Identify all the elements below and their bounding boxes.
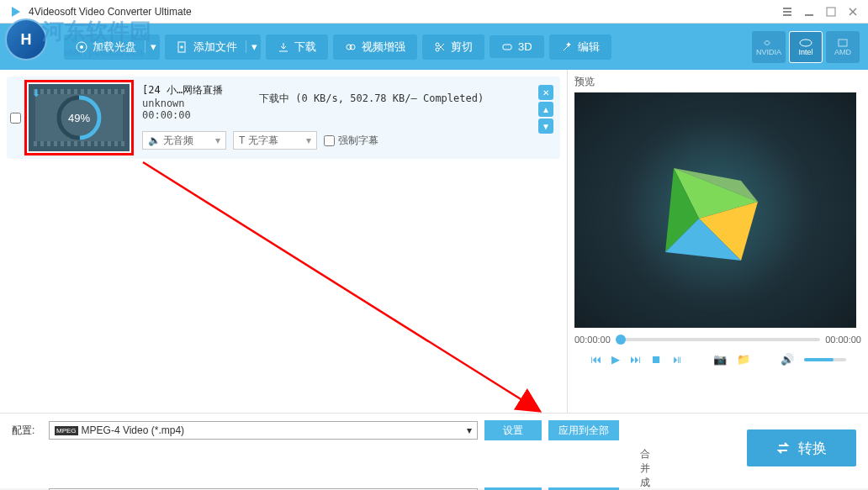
nvidia-icon [761, 38, 776, 48]
three-d-icon [501, 41, 513, 53]
svg-rect-1 [783, 8, 791, 9]
volume-button[interactable]: 🔊 [781, 353, 794, 366]
merge-checkbox[interactable]: 合并成一个文件 [626, 447, 656, 490]
profile-select[interactable]: MPEG MPEG-4 Video (*.mp4) ▾ [49, 421, 478, 440]
svg-point-14 [350, 45, 355, 50]
gpu-amd[interactable]: AMD [826, 31, 860, 63]
minimize-button[interactable] [801, 3, 818, 20]
profile-label: 配置: [12, 424, 42, 438]
svg-marker-0 [12, 7, 20, 17]
svg-rect-19 [503, 45, 511, 50]
svg-rect-3 [783, 14, 791, 16]
file-list-panel: ⬇ 49% [24 小…网络直播 unknown 00:00:00 下载中 (0… [0, 70, 568, 413]
svg-rect-4 [805, 14, 813, 16]
step-button[interactable]: ⏯ [672, 353, 683, 366]
edit-button[interactable]: 编辑 [549, 34, 611, 60]
three-d-button[interactable]: 3D [490, 35, 544, 58]
chevron-down-icon: ▾ [215, 134, 220, 146]
app-icon [7, 3, 24, 20]
time-current: 00:00:00 [574, 335, 611, 345]
toolbar: 加载光盘▾ 添加文件▾ 下载 视频增强 剪切 3D 编辑 NVIDIA Inte… [0, 24, 868, 70]
svg-point-16 [436, 48, 439, 51]
svg-rect-32 [804, 358, 834, 361]
file-add-icon [177, 41, 188, 53]
svg-line-25 [143, 162, 538, 410]
load-disc-button[interactable]: 加载光盘▾ [64, 34, 160, 60]
chevron-down-icon[interactable]: ▾ [145, 40, 156, 53]
browse-button[interactable]: 浏览 [484, 487, 542, 491]
format-icon: MPEG [55, 426, 78, 435]
svg-point-9 [80, 45, 83, 49]
disc-icon [76, 41, 87, 53]
audio-track-select[interactable]: 🔈 无音频▾ [142, 131, 226, 150]
volume-slider[interactable] [804, 357, 846, 362]
speaker-icon: 🔈 [148, 134, 161, 146]
open-folder-button[interactable]: 📁 [737, 353, 750, 366]
snapshot-button[interactable]: 📷 [713, 353, 727, 366]
chevron-down-icon[interactable]: ▾ [246, 40, 257, 53]
add-file-button[interactable]: 添加文件▾ [165, 34, 261, 60]
download-indicator-icon: ⬇ [32, 87, 40, 99]
seek-knob[interactable] [616, 335, 626, 345]
svg-point-21 [800, 40, 812, 46]
item-move-up-button[interactable]: ▲ [538, 102, 553, 117]
subtitle-select[interactable]: T 无字幕▾ [233, 131, 317, 150]
gpu-intel[interactable]: Intel [789, 31, 823, 63]
play-button[interactable]: ▶ [611, 353, 620, 366]
svg-point-15 [436, 43, 439, 46]
preview-logo-icon [640, 134, 791, 286]
window-menu-button[interactable] [779, 3, 796, 20]
amd-icon [835, 38, 850, 48]
apply-all-button[interactable]: 应用到全部 [548, 420, 619, 440]
footer-panel: 配置: MPEG MPEG-4 Video (*.mp4) ▾ 设置 应用到全部… [0, 413, 868, 488]
gpu-selector: NVIDIA Intel AMD [752, 31, 860, 63]
text-icon: T [239, 134, 245, 146]
time-total: 00:00:00 [825, 335, 861, 345]
titlebar: 4Videosoft Video Converter Ultimate [0, 0, 868, 24]
close-button[interactable] [844, 3, 861, 20]
preview-area[interactable] [574, 92, 856, 328]
svg-rect-22 [839, 40, 847, 46]
intel-icon [798, 38, 813, 48]
preview-panel: 预览 00:00:00 00:00:00 ⏮ ▶ ⏭ ⏹ ⏯ 📷 📁 [568, 70, 868, 413]
open-output-folder-button[interactable]: 打开文件夹 [548, 487, 619, 491]
svg-rect-5 [827, 8, 835, 16]
wand-icon [561, 41, 573, 53]
force-subtitle-checkbox[interactable]: 强制字幕 [324, 131, 378, 150]
item-duration: 00:00:00 [142, 109, 548, 121]
annotation-arrow [130, 154, 542, 414]
item-collapse-button[interactable]: ✕ [538, 85, 553, 100]
progress-ring: 49% [54, 92, 104, 143]
scissors-icon [434, 41, 446, 53]
gpu-nvidia[interactable]: NVIDIA [752, 31, 786, 63]
convert-icon [776, 440, 791, 456]
download-button[interactable]: 下载 [266, 34, 328, 60]
enhance-button[interactable]: 视频增强 [333, 34, 417, 60]
player-controls: ⏮ ▶ ⏭ ⏹ ⏯ 📷 📁 🔊 [574, 353, 861, 366]
prev-button[interactable]: ⏮ [590, 353, 601, 366]
item-move-down-button[interactable]: ▼ [538, 119, 553, 134]
thumbnail[interactable]: ⬇ 49% [29, 84, 130, 151]
next-button[interactable]: ⏭ [630, 353, 641, 366]
item-checkbox[interactable] [10, 113, 21, 124]
item-status: 下载中 (0 KB/s, 502.78 KB/— Completed) [259, 92, 484, 106]
stop-button[interactable]: ⏹ [651, 353, 662, 366]
app-logo: H [5, 18, 47, 61]
download-icon [278, 41, 289, 53]
window-title: 4Videosoft Video Converter Ultimate [29, 6, 192, 18]
chevron-down-icon: ▾ [467, 424, 472, 436]
list-item[interactable]: ⬇ 49% [24 小…网络直播 unknown 00:00:00 下载中 (0… [7, 76, 560, 159]
preview-label: 预览 [574, 75, 861, 89]
seek-track[interactable] [616, 338, 820, 341]
player-timeline[interactable]: 00:00:00 00:00:00 [574, 335, 861, 345]
chevron-down-icon: ▾ [306, 134, 311, 146]
enhance-icon [345, 41, 357, 53]
svg-rect-2 [783, 11, 791, 13]
highlighted-thumbnail: ⬇ 49% [24, 80, 134, 155]
trim-button[interactable]: 剪切 [422, 34, 484, 60]
maximize-button[interactable] [823, 3, 839, 20]
convert-button[interactable]: 转换 [747, 429, 856, 466]
settings-button[interactable]: 设置 [484, 420, 542, 440]
